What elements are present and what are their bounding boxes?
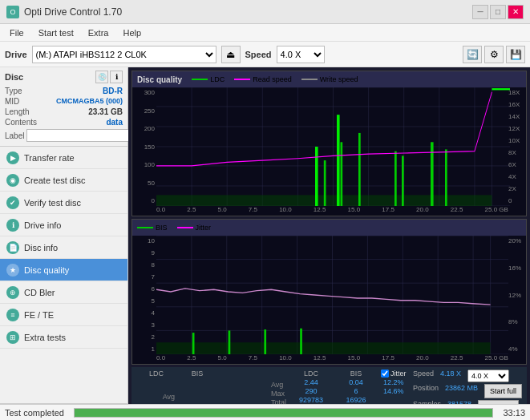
drive-toolbar: Drive (M:) ATAPI iHBS112 2 CL0K ⏏ Speed …	[0, 42, 530, 67]
y-r-14x: 14X	[508, 113, 526, 120]
drive-select[interactable]: (M:) ATAPI iHBS112 2 CL0K	[32, 46, 216, 63]
toolbar-right-buttons: 🔄 ⚙ 💾	[463, 46, 525, 63]
ldc-total-value: 929783	[291, 396, 331, 404]
y-axis-left-top: 300 250 200 150 100 50 0	[132, 87, 156, 206]
nav-icon-disc-quality: ★	[6, 264, 19, 277]
nav-item-disc-quality[interactable]: ★Disc quality	[0, 259, 127, 281]
xb-100: 10.0	[279, 354, 292, 364]
x-axis-top: 0.0 2.5 5.0 7.5 10.0 12.5 15.0 17.5 20.0…	[156, 206, 508, 216]
start-full-button[interactable]: Start full	[484, 384, 522, 398]
read-speed-label: Read speed	[253, 75, 292, 83]
speed-select[interactable]: 4.0 X	[277, 46, 325, 63]
nav-item-cd-bler[interactable]: ⊕CD Bler	[0, 281, 127, 304]
svg-rect-48	[300, 329, 302, 354]
disc-contents-value: data	[106, 118, 123, 127]
nav-item-verify-test-disc[interactable]: ✔Verify test disc	[0, 192, 127, 214]
nav-icon-extra-tests: ⊞	[6, 331, 19, 344]
ldc-avg-value: 2.44	[291, 378, 331, 386]
bottom-chart-svg	[156, 236, 508, 354]
svg-rect-20	[337, 115, 340, 206]
write-speed-label: Write speed	[320, 75, 358, 83]
bis-max-value: 6	[336, 387, 376, 395]
y-label-150: 150	[132, 143, 156, 151]
nav-label-create-test-disc: Create test disc	[24, 176, 85, 185]
svg-rect-23	[394, 151, 397, 206]
bis-label: BIS	[156, 224, 168, 232]
progress-bar-fill	[75, 409, 492, 417]
y-rb-4: 4%	[508, 345, 526, 353]
jitter-color-swatch	[177, 227, 193, 228]
nav-item-fe-te[interactable]: ≡FE / TE	[0, 304, 127, 326]
menu-help[interactable]: Help	[116, 26, 148, 39]
nav-label-disc-info: Disc info	[24, 243, 58, 252]
y-b-9: 9	[132, 249, 156, 256]
stats-empty	[271, 370, 286, 380]
legend-write-speed: Write speed	[301, 75, 358, 83]
jitter-max-value: 14.6%	[381, 387, 407, 395]
disc-label-input[interactable]	[26, 129, 133, 142]
nav-item-disc-info[interactable]: 📄Disc info	[0, 236, 127, 259]
jitter-checkbox-row: Jitter	[381, 370, 407, 378]
menu-start-test[interactable]: Start test	[32, 26, 80, 39]
disc-length-value: 23.31 GB	[88, 107, 123, 116]
disc-icon1[interactable]: 💿	[95, 71, 108, 83]
bis-col-header: BIS	[177, 370, 217, 392]
x-125: 12.5	[314, 206, 326, 216]
xb-200: 20.0	[416, 354, 429, 364]
bis-header: BIS	[336, 370, 376, 378]
y-b-3: 3	[132, 321, 156, 329]
x-50: 5.0	[218, 206, 227, 216]
x-0: 0.0	[156, 206, 165, 216]
time-text: 33:13	[503, 408, 525, 418]
disc-section: Disc 💿 ℹ Type BD-R MID CMCMAGBA5 (000) L…	[0, 67, 127, 147]
y-label-0: 0	[132, 197, 156, 204]
ldc-max-value: 290	[291, 387, 331, 395]
maximize-button[interactable]: □	[490, 5, 506, 19]
speed-stat-select[interactable]: 4.0 X	[467, 370, 509, 382]
nav-icon-disc-info: 📄	[6, 241, 19, 254]
position-label: Position	[413, 384, 439, 398]
nav-label-verify-test-disc: Verify test disc	[24, 198, 81, 208]
xb-50: 5.0	[218, 354, 227, 364]
nav-item-drive-info[interactable]: ℹDrive info	[0, 214, 127, 236]
left-panel: Disc 💿 ℹ Type BD-R MID CMCMAGBA5 (000) L…	[0, 67, 128, 420]
y-b-7: 7	[132, 273, 156, 281]
y-rb-8: 8%	[508, 318, 526, 325]
legend-read-speed: Read speed	[234, 75, 292, 83]
y-rb-16: 16%	[508, 265, 526, 272]
minimize-button[interactable]: ─	[472, 5, 488, 19]
nav-label-fe-te: FE / TE	[24, 310, 54, 320]
speed-stat-value: 4.18 X	[440, 370, 461, 382]
save-button[interactable]: 💾	[506, 46, 525, 63]
svg-rect-45	[192, 333, 195, 354]
legend-ldc: LDC	[192, 75, 225, 83]
position-value: 23862 MB	[445, 384, 478, 398]
nav-icon-cd-bler: ⊕	[6, 286, 19, 299]
x-225: 22.5	[451, 206, 463, 216]
ldc-label: LDC	[210, 75, 225, 83]
x-25: 2.5	[187, 206, 196, 216]
speed-row: Speed 4.18 X 4.0 X	[413, 370, 522, 382]
nav-item-transfer-rate[interactable]: ▶Transfer rate	[0, 147, 127, 169]
nav-item-create-test-disc[interactable]: ◉Create test disc	[0, 169, 127, 192]
menu-extra[interactable]: Extra	[82, 26, 115, 39]
disc-contents-row: Contents data	[5, 118, 123, 127]
settings-button[interactable]: ⚙	[484, 46, 504, 63]
legend-bis: BIS	[137, 224, 168, 232]
x-100: 10.0	[279, 206, 292, 216]
close-button[interactable]: ✕	[508, 5, 524, 19]
nav-item-extra-tests[interactable]: ⊞Extra tests	[0, 326, 127, 349]
y-b-6: 6	[132, 285, 156, 293]
disc-icon2[interactable]: ℹ	[110, 71, 123, 83]
eject-button[interactable]: ⏏	[221, 46, 241, 63]
refresh-button[interactable]: 🔄	[463, 46, 482, 63]
xb-225: 22.5	[451, 354, 463, 364]
y-label-250: 250	[132, 107, 156, 115]
x-150: 15.0	[348, 206, 361, 216]
y-rb-12: 12%	[508, 292, 526, 299]
menu-file[interactable]: File	[3, 26, 30, 39]
ldc-header: LDC	[291, 370, 331, 378]
x-75: 7.5	[249, 206, 257, 216]
speed-label: Speed	[245, 50, 272, 59]
jitter-checkbox[interactable]	[381, 370, 389, 378]
